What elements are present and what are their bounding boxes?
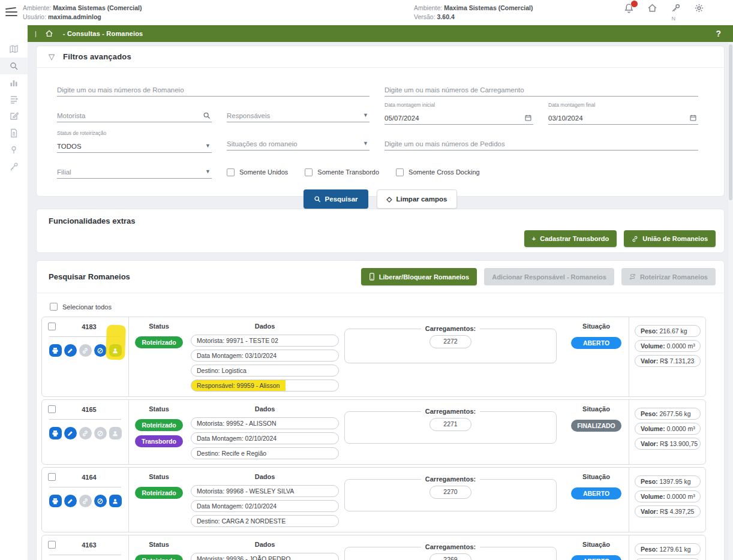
usuario-label: Usuário: (23, 13, 46, 20)
pedidos-numbers-field[interactable] (384, 131, 698, 150)
pesquisar-button[interactable]: Pesquisar (304, 189, 368, 209)
checkbox-somente-transbordo[interactable]: Somente Transbordo (305, 168, 379, 176)
checkbox-label: Somente Unidos (239, 168, 288, 176)
situacoes-input[interactable] (227, 140, 369, 147)
romaneio-row-4183: 4183 (41, 317, 706, 397)
usuario-value: maxima.adminlog (48, 13, 101, 20)
carregamento-chip[interactable]: 2269 (429, 553, 471, 560)
print-icon[interactable] (49, 495, 62, 507)
calendar-icon[interactable] (689, 113, 697, 121)
filial-select[interactable]: ▼ (57, 159, 212, 179)
responsaveis-input[interactable] (227, 112, 369, 119)
sidebar-item-edit[interactable] (0, 108, 28, 125)
calendar-icon[interactable] (524, 113, 532, 121)
uniao-romaneios-button[interactable]: União de Romaneios (624, 230, 716, 247)
motorista-field[interactable] (57, 103, 212, 122)
edit-icon[interactable] (64, 427, 77, 439)
settings-gear-icon[interactable] (694, 3, 704, 13)
pedidos-numbers-input[interactable] (384, 140, 698, 147)
carregamento-chip[interactable]: 2272 (429, 335, 471, 348)
sidebar-item-reports[interactable] (0, 74, 28, 91)
romaneio-numbers-field[interactable] (57, 77, 369, 97)
checkbox-icon[interactable] (227, 168, 235, 176)
edit-icon[interactable] (64, 495, 77, 507)
sidebar-item-documents[interactable] (0, 125, 28, 141)
help-button[interactable]: ? (716, 29, 721, 38)
row-checkbox[interactable] (48, 323, 56, 330)
data-inicial-input[interactable] (384, 115, 533, 122)
scrollbar-thumb[interactable] (729, 44, 732, 200)
data-final-field[interactable]: Data montagem final (548, 103, 698, 125)
romaneio-numbers-input[interactable] (57, 86, 369, 94)
app-window: Ambiente: Maxima Sistemas (Comercial) Us… (0, 0, 733, 560)
cadastrar-transbordo-button[interactable]: + Cadastrar Transbordo (524, 230, 617, 247)
checkbox-icon[interactable] (305, 168, 313, 176)
edit-icon[interactable] (64, 344, 77, 357)
row-checkbox[interactable] (48, 405, 56, 413)
breadcrumb-home-icon[interactable] (45, 29, 53, 38)
responsavel-person-icon[interactable] (109, 344, 122, 357)
adicionar-responsavel-button[interactable]: Adicionar Responsável - Romaneios (484, 268, 614, 285)
carregamento-numbers-input[interactable] (384, 86, 698, 94)
bar-chart-icon (9, 78, 19, 88)
block-icon[interactable] (94, 495, 107, 507)
sidebar-item-pin[interactable] (0, 141, 28, 158)
checkbox-icon[interactable] (396, 168, 404, 176)
motorista-search-icon[interactable] (203, 111, 211, 119)
status-roteirizacao-value[interactable] (57, 143, 212, 150)
breadcrumb-separator: | (35, 30, 37, 37)
chevron-down-icon[interactable]: ▼ (205, 143, 211, 149)
home-icon[interactable] (647, 3, 657, 13)
print-icon[interactable] (49, 427, 62, 439)
peso-pill: Peso: 1397.95 kg (635, 475, 701, 487)
sidebar-item-search[interactable] (0, 58, 28, 74)
situacao-badge: ABERTO (571, 337, 621, 349)
responsaveis-select[interactable]: ▼ (227, 103, 369, 122)
row-checkbox[interactable] (48, 473, 56, 481)
status-roteirizacao-select[interactable]: Status de roteirização ▼ (57, 131, 212, 153)
data-inicial-label: Data montagem inicial (384, 102, 435, 108)
filter-funnel-icon: ▽ (49, 52, 55, 61)
data-inicial-field[interactable]: Data montagem inicial (384, 103, 533, 125)
sidebar-item-map[interactable] (0, 41, 28, 58)
liberar-bloquear-button[interactable]: Liberar/Bloquear Romaneios (361, 268, 477, 285)
romaneio-row-4163: 4163 Status (41, 535, 706, 560)
carregamento-chip[interactable]: 2271 (429, 418, 471, 431)
situacao-badge: FINALIZADO (571, 420, 621, 432)
chevron-down-icon[interactable]: ▼ (363, 140, 368, 146)
key-icon[interactable] (671, 3, 681, 13)
dado-destino: Destino: CARGA 2 NORDESTE (191, 515, 339, 527)
notifications-bell-icon[interactable] (624, 3, 634, 13)
menu-toggle-icon[interactable] (5, 8, 17, 16)
responsavel-person-icon[interactable] (109, 495, 122, 507)
chevron-down-icon[interactable]: ▼ (205, 168, 211, 174)
chevron-down-icon[interactable]: ▼ (363, 112, 368, 118)
situacoes-select[interactable]: ▼ (227, 131, 369, 150)
sidebar-item-tools[interactable] (0, 158, 28, 175)
edit-square-icon (9, 112, 19, 121)
checkbox-somente-crossdocking[interactable]: Somente Cross Docking (396, 168, 480, 176)
carregamentos-box: 2272 (344, 329, 557, 363)
situacao-badge: ABERTO (571, 487, 621, 499)
breadcrumb-path: - Consultas - Romaneios (63, 30, 143, 37)
volume-pill: Volume: 0.0000 m³ (635, 340, 701, 352)
print-icon[interactable] (49, 344, 62, 357)
eraser-icon: ◇ (387, 195, 392, 203)
link-icon (79, 344, 92, 357)
sidebar-item-tasks[interactable] (0, 91, 28, 108)
page-scrollbar[interactable] (728, 42, 733, 560)
romaneio-row-4164: 4164 Status (41, 467, 706, 532)
data-final-input[interactable] (548, 115, 698, 122)
carregamento-numbers-field[interactable] (384, 77, 698, 97)
dados-column-header: Dados (191, 405, 339, 413)
row-checkbox[interactable] (48, 541, 56, 549)
filial-input[interactable] (57, 168, 212, 176)
block-icon[interactable] (94, 344, 107, 357)
select-all-checkbox[interactable]: Selecionar todos (37, 293, 724, 317)
checkbox-icon[interactable] (50, 303, 58, 311)
limpar-campos-button[interactable]: ◇ Limpar campos (377, 189, 458, 209)
checkbox-somente-unidos[interactable]: Somente Unidos (227, 168, 288, 176)
roteirizar-romaneios-button[interactable]: Roteirizar Romaneios (621, 268, 716, 285)
motorista-input[interactable] (57, 112, 212, 119)
carregamento-chip[interactable]: 2270 (429, 486, 471, 499)
